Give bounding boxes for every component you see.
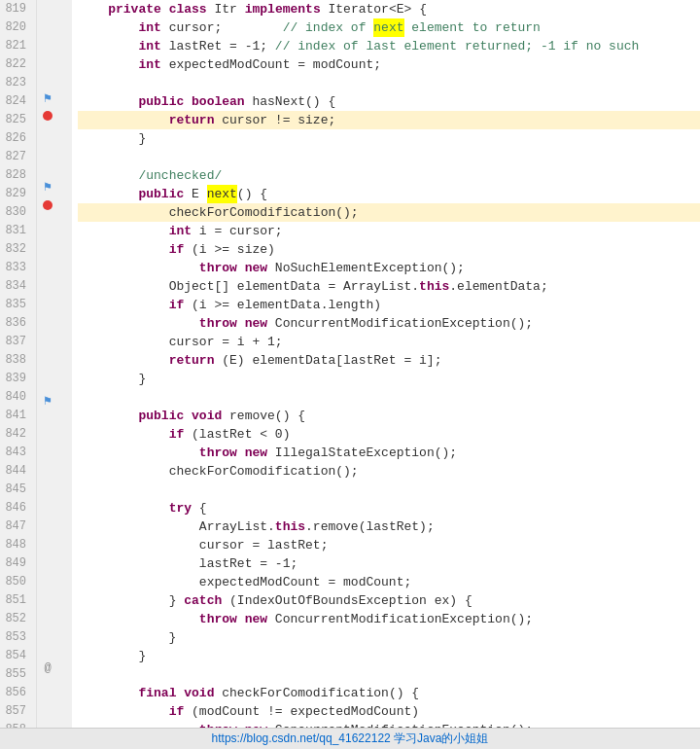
token: Itr bbox=[214, 0, 244, 18]
marker-cell bbox=[37, 677, 58, 695]
line-number: 855 bbox=[5, 665, 30, 684]
marker-cell bbox=[37, 125, 58, 142]
code-line: return cursor != size; bbox=[78, 111, 700, 129]
code-line: if (i >= elementData.length) bbox=[78, 296, 700, 314]
code-line: } bbox=[78, 129, 700, 148]
token: // index of bbox=[222, 18, 373, 37]
line-number: 847 bbox=[5, 517, 30, 536]
marker-cell bbox=[37, 196, 58, 214]
token bbox=[78, 517, 199, 536]
marker-cell bbox=[37, 250, 58, 268]
code-line bbox=[78, 388, 700, 407]
code-line: checkForComodification(); bbox=[78, 203, 700, 222]
breakpoint-icon bbox=[43, 200, 52, 210]
token: // index of last element returned; -1 if… bbox=[275, 37, 639, 55]
line-number: 830 bbox=[5, 203, 30, 222]
marker-cell bbox=[37, 571, 58, 588]
token: (E) elementData[lastRet = i]; bbox=[222, 351, 441, 370]
code-line: try { bbox=[78, 499, 700, 517]
fold-cell bbox=[58, 71, 72, 89]
fold-cell bbox=[58, 321, 72, 339]
fold-cell bbox=[58, 160, 72, 178]
token: new bbox=[245, 314, 275, 333]
line-number: 849 bbox=[5, 554, 30, 573]
token: (IndexOutOfBoundsException ex) { bbox=[229, 591, 472, 610]
marker-cell bbox=[37, 36, 58, 54]
token: throw bbox=[199, 444, 245, 462]
code-line: expectedModCount = modCount; bbox=[78, 573, 700, 591]
code-editor: 8198208218228238248258268278288298308318… bbox=[0, 0, 700, 749]
token: remove() { bbox=[229, 407, 305, 425]
token: cursor; bbox=[169, 18, 223, 37]
code-line: cursor = lastRet; bbox=[78, 536, 700, 554]
code-line: if (lastRet < 0) bbox=[78, 425, 700, 444]
code-line: throw new ConcurrentModificationExceptio… bbox=[78, 610, 700, 628]
token: void bbox=[184, 684, 222, 702]
token: public bbox=[138, 92, 192, 111]
code-area: private class Itr implements Iterator<E>… bbox=[72, 0, 700, 749]
token: public bbox=[138, 407, 192, 425]
token bbox=[78, 333, 169, 351]
token: (i >= elementData.length) bbox=[192, 296, 381, 314]
marker-cell bbox=[37, 464, 58, 482]
line-number: 844 bbox=[5, 462, 30, 481]
bookmark-icon: ⚑ bbox=[44, 393, 52, 409]
token: checkForComodification(); bbox=[169, 462, 359, 481]
fold-cell bbox=[58, 36, 72, 54]
marker-cell bbox=[37, 553, 58, 570]
token: element to return bbox=[404, 18, 541, 37]
line-number: 834 bbox=[5, 277, 30, 296]
line-number: 837 bbox=[5, 333, 30, 351]
line-number: 846 bbox=[5, 499, 30, 517]
token: Iterator bbox=[329, 0, 389, 18]
footer-text: https://blog.csdn.net/qq_41622122 学习Java… bbox=[212, 731, 489, 747]
token: <E> { bbox=[389, 0, 427, 18]
token: Object[] elementData = ArrayList. bbox=[169, 277, 419, 296]
line-number: 843 bbox=[5, 444, 30, 462]
token: cursor = lastRet; bbox=[199, 536, 329, 554]
token bbox=[78, 185, 138, 203]
line-number: 829 bbox=[5, 185, 30, 203]
line-number: 856 bbox=[5, 684, 30, 702]
fold-cell bbox=[58, 18, 72, 35]
fold-gutter: ▶ bbox=[58, 0, 72, 749]
marker-cell bbox=[37, 482, 58, 499]
token: } bbox=[78, 370, 146, 388]
token bbox=[78, 351, 169, 370]
line-number: 848 bbox=[5, 536, 30, 554]
marker-cell bbox=[37, 285, 58, 303]
code-line bbox=[78, 74, 700, 92]
token: cursor = i + 1; bbox=[169, 333, 283, 351]
fold-cell bbox=[58, 588, 72, 606]
marker-cell bbox=[37, 71, 58, 89]
code-line: checkForComodification(); bbox=[78, 462, 700, 481]
token: this bbox=[275, 517, 305, 536]
token bbox=[78, 18, 138, 37]
token bbox=[78, 37, 138, 55]
token: if bbox=[169, 425, 192, 444]
token: new bbox=[245, 259, 275, 277]
token: hasNext() { bbox=[252, 92, 335, 111]
fold-cell bbox=[58, 196, 72, 214]
token: .remove(lastRet); bbox=[305, 517, 435, 536]
fold-cell bbox=[58, 553, 72, 570]
fold-cell bbox=[58, 143, 72, 160]
token: boolean bbox=[192, 92, 252, 111]
marker-cell bbox=[37, 54, 58, 71]
token: public bbox=[138, 185, 192, 203]
fold-cell bbox=[58, 357, 72, 374]
token: lastRet = -1; bbox=[169, 37, 275, 55]
marker-cell bbox=[37, 214, 58, 232]
token: catch bbox=[184, 591, 229, 610]
line-number: 823 bbox=[5, 74, 30, 92]
fold-cell bbox=[58, 482, 72, 499]
marker-cell bbox=[37, 428, 58, 446]
code-line: int lastRet = -1; // index of last eleme… bbox=[78, 37, 700, 55]
token: lastRet = -1; bbox=[199, 554, 298, 573]
code-line: throw new NoSuchElementException(); bbox=[78, 259, 700, 277]
token bbox=[78, 203, 169, 222]
line-number: 833 bbox=[5, 259, 30, 277]
token: implements bbox=[245, 0, 329, 18]
line-number: 839 bbox=[5, 370, 30, 388]
line-number: 819 bbox=[5, 0, 30, 18]
